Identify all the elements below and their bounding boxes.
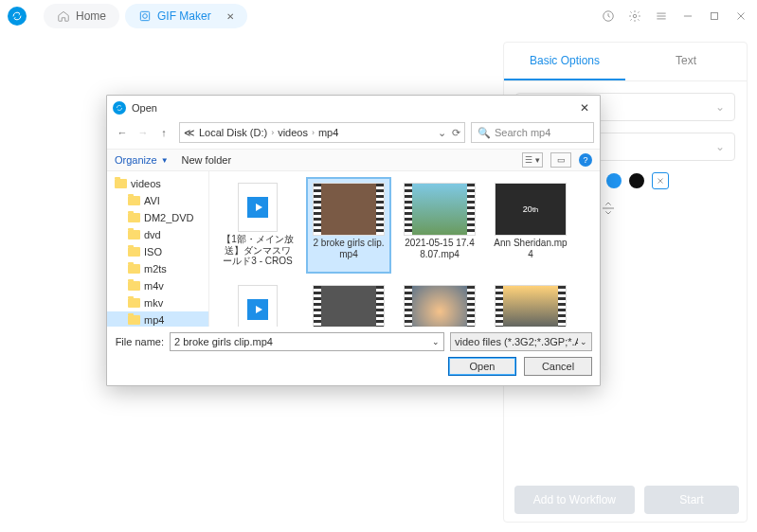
folder-tree[interactable]: videos AVI DM2_DVD dvd ISO m2ts m4v mkv … [107,171,209,327]
gif-maker-icon [138,9,152,23]
window-controls [600,8,749,25]
file-type-select[interactable]: video files (*.3G2;*.3GP;*.AVI;*.D ⌄ [450,332,592,351]
swatch-custom[interactable] [652,172,669,189]
menu-icon[interactable] [653,8,670,25]
folder-icon [128,298,140,308]
nav-up-button[interactable]: ↑ [154,123,173,142]
folder-icon [128,315,140,325]
swatch-blue[interactable] [606,173,622,188]
tab-text[interactable]: Text [625,43,747,80]
file-thumb-icon [404,285,476,327]
file-thumb-icon [404,183,476,236]
open-button[interactable]: Open [448,357,516,376]
nav-back-button[interactable]: ← [113,123,132,142]
refresh-icon[interactable]: ⟳ [452,127,460,139]
new-folder-button[interactable]: New folder [182,154,232,166]
file-thumb-icon: 20th [495,183,567,236]
chevron-right-icon: › [271,128,274,137]
file-thumb-icon [313,285,385,327]
folder-icon [128,281,140,291]
right-panel-tabs: Basic Options Text [504,43,747,81]
file-item[interactable]: 【1部・メイン放送】ダンマスワールド3 - CROSS OVER and ASS… [215,177,300,274]
help-icon[interactable]: ? [579,153,592,167]
search-placeholder: Search mp4 [495,127,550,138]
chevron-down-icon: ⌄ [715,140,725,153]
view-mode-button[interactable]: ☰ ▾ [522,152,543,168]
file-name: 【1部・メイン放送】ダンマスワールド3 - CROSS OVER and ASS… [221,234,295,268]
flip-vertical-icon[interactable] [601,201,616,220]
folder-icon [128,247,140,257]
file-open-dialog: Open ✕ ← → ↑ ≪ Local Disk (D:) › videos … [106,95,601,386]
file-item[interactable] [488,279,573,327]
cancel-button[interactable]: Cancel [524,357,592,376]
file-name: 2021-05-15 17.48.07.mp4 [403,238,477,259]
file-item[interactable]: 2 broke girls clip.mp4 [306,177,391,274]
file-thumb-icon [238,285,278,327]
chevron-down-icon[interactable]: ⌄ [432,337,440,346]
minimize-button[interactable] [679,8,696,25]
file-item[interactable]: 2021-05-15 17.48.07.mp4 [397,177,482,274]
tab-gif-maker[interactable]: GIF Maker ✕ [125,4,247,28]
file-name-input[interactable]: 2 broke girls clip.mp4 ⌄ [170,332,444,351]
tab-home-label: Home [76,9,106,23]
tree-item-dvd[interactable]: dvd [107,226,208,243]
dialog-close-button[interactable]: ✕ [575,101,594,115]
chevron-down-icon[interactable]: ⌄ [438,127,446,139]
dialog-title: Open [132,102,157,114]
tab-home[interactable]: Home [44,4,119,28]
tree-item-videos[interactable]: videos [107,175,208,192]
file-name-value: 2 broke girls clip.mp4 [174,336,273,347]
close-window-button[interactable] [732,8,749,25]
pc-icon: ≪ [184,127,195,139]
svg-point-1 [143,14,148,19]
file-item[interactable] [397,279,482,327]
tree-item-dm2dvd[interactable]: DM2_DVD [107,209,208,226]
tree-item-mp4[interactable]: mp4 [107,311,208,327]
search-input[interactable]: 🔍 Search mp4 [471,122,594,143]
file-item[interactable]: 20th Ann Sheridan.mp4 [488,177,573,274]
folder-icon [128,264,140,274]
swatch-black[interactable] [629,173,644,188]
breadcrumb[interactable]: ≪ Local Disk (D:) › videos › mp4 ⌄⟳ [179,122,465,143]
breadcrumb-mp4[interactable]: mp4 [318,127,338,138]
nav-forward-button[interactable]: → [134,123,153,142]
svg-rect-0 [140,11,149,20]
chevron-down-icon: ⌄ [580,337,587,346]
svg-rect-4 [712,13,718,20]
title-bar: Home GIF Maker ✕ [0,0,757,32]
close-tab-button[interactable]: ✕ [226,11,234,22]
file-grid[interactable]: 【1部・メイン放送】ダンマスワールド3 - CROSS OVER and ASS… [209,171,600,327]
home-icon [57,9,70,23]
chevron-down-icon: ⌄ [715,100,725,114]
organize-menu[interactable]: Organize ▼ [115,154,169,166]
settings-icon[interactable] [626,8,643,25]
file-name: Ann Sheridan.mp4 [494,238,568,259]
tab-gif-maker-label: GIF Maker [157,9,211,23]
dialog-toolbar: Organize ▼ New folder ☰ ▾ ▭ ? [107,149,600,171]
add-to-workflow-button[interactable]: Add to Workflow [514,486,635,514]
file-type-value: video files (*.3G2;*.3GP;*.AVI;*.D [455,336,578,347]
tree-item-mkv[interactable]: mkv [107,294,208,311]
folder-icon [128,230,140,239]
action-buttons: Add to Workflow Start [514,486,739,514]
chevron-right-icon: › [312,128,315,137]
search-icon: 🔍 [478,127,491,139]
start-button[interactable]: Start [644,486,739,514]
breadcrumb-videos[interactable]: videos [278,127,308,138]
history-icon[interactable] [600,8,617,25]
tree-item-m4v[interactable]: m4v [107,277,208,294]
folder-icon [128,213,140,222]
svg-point-3 [633,14,637,18]
file-item[interactable] [306,279,391,327]
tree-item-m2ts[interactable]: m2ts [107,260,208,277]
tree-item-avi[interactable]: AVI [107,192,208,209]
preview-pane-button[interactable]: ▭ [550,152,571,168]
tree-item-iso[interactable]: ISO [107,243,208,260]
folder-icon [115,179,127,188]
tab-basic-options[interactable]: Basic Options [504,43,625,80]
file-item[interactable] [215,279,300,327]
file-name-label: File name: [115,336,164,347]
maximize-button[interactable] [706,8,723,25]
breadcrumb-disk[interactable]: Local Disk (D:) [199,127,267,138]
dialog-nav: ← → ↑ ≪ Local Disk (D:) › videos › mp4 ⌄… [107,120,600,149]
